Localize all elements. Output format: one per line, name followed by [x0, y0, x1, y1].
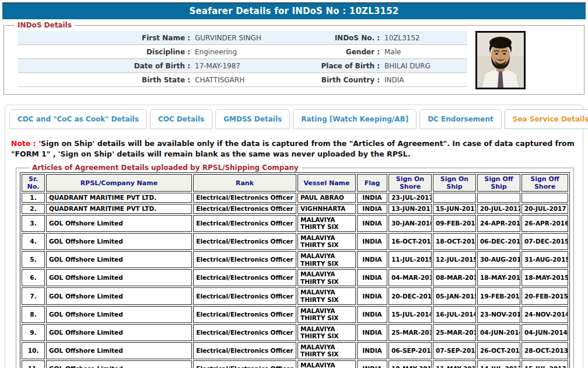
- table-cell: 20-FEB-2015: [522, 287, 568, 304]
- column-header: Sign Off Ship: [477, 174, 520, 192]
- table-row: 3.GOL Offshore LimitedElectrical/Electro…: [22, 215, 568, 232]
- table-cell: GOL Offshore Limited: [46, 324, 192, 341]
- indos-grid: First Name :GURVINDER SINGHINDoS No. :10…: [18, 31, 467, 87]
- table-cell: 04-JUN-2014: [477, 324, 520, 341]
- table-cell: Electrical/Electronics Officer: [193, 251, 296, 268]
- agreement-legend: Articles of Agreement Details uploaded b…: [29, 164, 302, 172]
- table-cell: 5.: [22, 251, 45, 268]
- table-cell: MALAVIYA THIRTY SIX: [298, 215, 356, 232]
- table-cell: Electrical/Electronics Officer: [193, 342, 296, 359]
- field-label: Birth Country :: [278, 76, 380, 84]
- table-cell: 04-JUN-2014: [522, 324, 568, 341]
- field-value: INDIA: [380, 76, 467, 84]
- table-cell: 23-JUL-2017: [388, 193, 432, 203]
- field-value: GURVINDER SINGH: [190, 34, 278, 42]
- indos-row: Birth State :CHATTISGARHBirth Country :I…: [18, 73, 467, 87]
- indos-row: Discipline :EngineeringGender :Male: [18, 45, 467, 59]
- table-cell: 16-OCT-2015: [388, 233, 432, 250]
- column-header: Sign On Ship: [433, 174, 476, 192]
- column-header: RPSL/Company Name: [46, 174, 192, 192]
- table-row: 2.QUADRANT MARITIME PVT LTD.Electrical/E…: [22, 204, 568, 214]
- note-body: 'Sign on Ship' details will be available…: [11, 139, 575, 158]
- table-cell: 10-MAY-2013: [388, 360, 432, 368]
- table-cell: 19-FEB-2015: [477, 287, 520, 304]
- table-cell: MALAVIYA THIRTY SIX: [298, 287, 356, 304]
- table-cell: GOL Offshore Limited: [46, 269, 192, 286]
- table-cell: Electrical/Electronics Officer: [193, 324, 296, 341]
- column-header: Rank: [193, 174, 296, 192]
- table-cell: Electrical/Electronics Officer: [193, 287, 296, 304]
- note-text: Note : 'Sign on Ship' details will be av…: [11, 138, 577, 159]
- tab-cdc-and-coc-as-cook-details[interactable]: CDC and "CoC as Cook" Details: [9, 109, 147, 129]
- table-cell: 15-JUN-2017: [433, 204, 476, 214]
- table-row: 8.GOL Offshore LimitedElectrical/Electro…: [22, 306, 568, 323]
- table-cell: GOL Offshore Limited: [46, 342, 192, 359]
- table-cell: GOL Offshore Limited: [46, 287, 192, 304]
- table-cell: 05-JAN-2015: [433, 287, 476, 304]
- table-cell: 06-DEC-2015: [477, 233, 520, 250]
- table-cell: 07-SEP-2013: [433, 342, 476, 359]
- field-label: INDoS No. :: [278, 34, 380, 42]
- table-cell: 11-JUL-2015: [388, 251, 432, 268]
- tab-sea-service-details[interactable]: Sea Service Details: [505, 109, 588, 129]
- table-cell: GOL Offshore Limited: [46, 360, 192, 368]
- table-cell: VIGHNHARTA: [298, 204, 356, 214]
- table-row: 1.QUADRANT MARITIME PVT LTD.Electrical/E…: [22, 193, 568, 203]
- table-row: 11.GOL Offshore LimitedElectrical/Electr…: [22, 360, 568, 368]
- table-cell: INDIA: [357, 360, 387, 368]
- table-cell: QUADRANT MARITIME PVT LTD.: [46, 193, 192, 203]
- table-row: 4.GOL Offshore LimitedElectrical/Electro…: [22, 233, 568, 250]
- table-cell: QUADRANT MARITIME PVT LTD.: [46, 204, 192, 214]
- table-cell: [477, 193, 520, 203]
- table-cell: [522, 193, 568, 203]
- top-rule: [0, 0, 588, 1]
- agreement-table-header-row: Sr. No.RPSL/Company NameRankVessel NameF…: [22, 174, 568, 192]
- tab-rating-watch-keeping-ab[interactable]: Rating [Watch Keeping/AB]: [293, 109, 416, 129]
- indos-details-fieldset: INDoS Details First Name :GURVINDER SING…: [4, 21, 584, 95]
- column-header: Sr. No.: [22, 174, 45, 192]
- tab-bar: CDC and "CoC as Cook" DetailsCOC Details…: [5, 105, 583, 129]
- tab-gmdss-details[interactable]: GMDSS Details: [215, 109, 290, 129]
- table-cell: INDIA: [357, 233, 387, 250]
- indos-row: First Name :GURVINDER SINGHINDoS No. :10…: [18, 31, 467, 45]
- table-cell: 28-OCT-2013: [522, 342, 568, 359]
- table-cell: INDIA: [357, 251, 387, 268]
- table-cell: 08-MAR-2015: [433, 269, 476, 286]
- note-prefix: Note :: [11, 139, 38, 148]
- table-row: 9.GOL Offshore LimitedElectrical/Electro…: [22, 324, 568, 341]
- field-value: 17-MAY-1987: [190, 62, 278, 70]
- tab-dc-endorsement[interactable]: DC Endorsement: [419, 109, 502, 129]
- page-title: Seafarer Details for INDoS No : 10ZL3152: [2, 2, 586, 19]
- column-header: Vessel Name: [298, 174, 356, 192]
- table-cell: 20-DEC-2014: [388, 287, 432, 304]
- field-value: Male: [380, 48, 467, 56]
- table-cell: Electrical/Electronics Officer: [193, 233, 296, 250]
- table-cell: 9.: [22, 324, 45, 341]
- table-cell: 2.: [22, 204, 45, 214]
- table-cell: Electrical/Electronics Officer: [193, 193, 296, 203]
- field-label: Date of Birth :: [18, 62, 190, 70]
- table-cell: INDIA: [357, 324, 387, 341]
- table-cell: INDIA: [357, 287, 387, 304]
- table-cell: Electrical/Electronics Officer: [193, 306, 296, 323]
- table-cell: 12-JUL-2015: [433, 251, 476, 268]
- table-cell: GOL Offshore Limited: [46, 215, 192, 232]
- table-cell: 04-MAR-2015: [388, 269, 432, 286]
- table-cell: 24-NOV-2014: [522, 306, 568, 323]
- table-cell: MALAVIYA THIRTY SIX: [298, 360, 356, 368]
- table-cell: 1.: [22, 193, 45, 203]
- table-cell: 7.: [22, 287, 45, 304]
- field-label: Birth State :: [18, 76, 190, 84]
- tab-coc-details[interactable]: COC Details: [150, 109, 212, 129]
- table-row: 5.GOL Offshore LimitedElectrical/Electro…: [22, 251, 568, 268]
- table-cell: 18-MAY-2015: [522, 269, 568, 286]
- seafarer-photo: [475, 31, 526, 89]
- table-cell: INDIA: [357, 215, 387, 232]
- table-cell: [433, 193, 476, 203]
- table-cell: 18-OCT-2015: [433, 233, 476, 250]
- table-cell: 11.: [22, 360, 45, 368]
- table-cell: MALAVIYA THIRTY SIX: [298, 324, 356, 341]
- column-header: Sign On Shore: [388, 174, 432, 192]
- column-header: Flag: [357, 174, 387, 192]
- table-cell: Electrical/Electronics Officer: [193, 215, 296, 232]
